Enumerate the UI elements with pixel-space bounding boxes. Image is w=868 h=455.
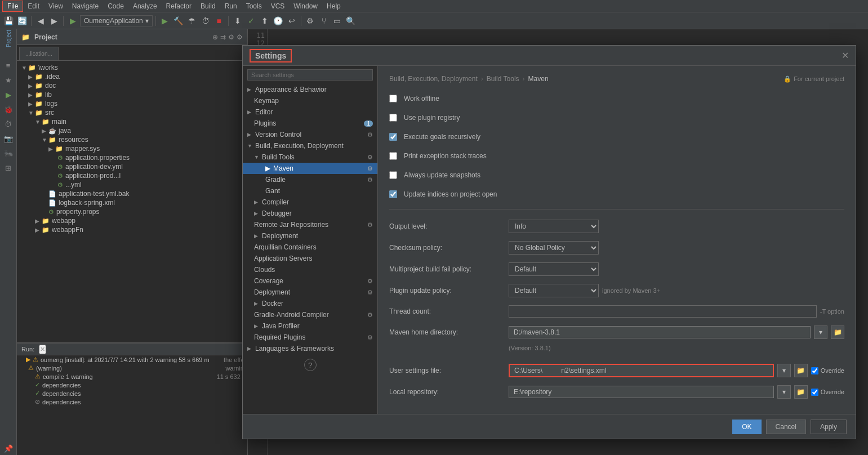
settings-node-appearance[interactable]: ▶ Appearance & Behavior xyxy=(243,84,377,95)
settings-node-arquillian[interactable]: Arquillian Containers xyxy=(243,242,377,253)
output-level-select[interactable]: Info Debug Warn Error xyxy=(509,220,599,233)
settings-node-app-servers[interactable]: Application Servers xyxy=(243,253,377,264)
coverage-btn[interactable]: ☂ xyxy=(186,15,198,27)
always-update-checkbox[interactable] xyxy=(389,171,397,179)
work-offline-checkbox[interactable] xyxy=(389,95,397,102)
user-settings-input[interactable] xyxy=(509,364,774,377)
tab-application[interactable]: ...lication... xyxy=(19,47,59,60)
run-item-deps1[interactable]: ✓ dependencies xyxy=(17,381,247,389)
tree-doc[interactable]: ▶ 📁 doc xyxy=(17,81,247,90)
settings-node-compiler[interactable]: ▶ Compiler xyxy=(243,197,377,208)
user-settings-override-checkbox[interactable] xyxy=(811,367,818,374)
menu-code[interactable]: Code xyxy=(103,1,128,11)
settings-node-editor[interactable]: ▶ Editor xyxy=(243,106,377,118)
checksum-policy-select[interactable]: No Global Policy Strict Lax xyxy=(509,241,599,255)
menu-view[interactable]: View xyxy=(44,1,68,11)
local-repo-override-checkbox[interactable] xyxy=(811,389,818,396)
run-item-main[interactable]: ▶ ⚠ oumeng [install]: at 2021/7/7 14:21 … xyxy=(17,355,247,364)
menu-edit[interactable]: Edit xyxy=(23,1,44,11)
maven-home-browse-btn[interactable]: ▾ xyxy=(814,325,827,339)
sync-btn[interactable]: 🔄 xyxy=(16,15,28,27)
settings-node-languages[interactable]: ▶ Languages & Frameworks xyxy=(243,343,377,354)
vcs-push-btn[interactable]: ⬆ xyxy=(259,15,271,27)
run-close-btn[interactable]: ✕ xyxy=(39,345,46,354)
tree-java[interactable]: ▶ ☕ java xyxy=(17,126,247,135)
back-btn[interactable]: ◀ xyxy=(34,15,47,27)
tree-app-prod[interactable]: ⚙ application-prod...l xyxy=(17,171,247,180)
run-item-warning[interactable]: ⚠ (warning) warning xyxy=(17,364,247,372)
tree-app-props[interactable]: ⚙ application.properties xyxy=(17,153,247,162)
run-item-deps2[interactable]: ✓ dependencies xyxy=(17,389,247,398)
tree-src[interactable]: ▼ 📁 src xyxy=(17,108,247,117)
maven-home-input[interactable] xyxy=(509,326,811,338)
camera-icon-btn[interactable]: 📷 xyxy=(2,132,15,145)
print-exception-checkbox[interactable] xyxy=(389,152,397,160)
menu-window[interactable]: Window xyxy=(289,1,322,11)
menu-tools[interactable]: Tools xyxy=(242,1,266,11)
search-everywhere-btn[interactable]: 🔍 xyxy=(345,15,357,27)
menu-build[interactable]: Build xyxy=(196,1,220,11)
tree-property[interactable]: ⚙ property.props xyxy=(17,207,247,216)
settings-node-build-tools[interactable]: ▼ Build Tools ⚙ xyxy=(243,151,377,163)
run-icon-btn[interactable]: ▶ xyxy=(2,88,15,101)
tree-test-yml[interactable]: 📄 application-test.yml.bak xyxy=(17,189,247,198)
settings-node-required-plugins[interactable]: Required Plugins ⚙ xyxy=(243,332,377,343)
tree-logs[interactable]: ▶ 📁 logs xyxy=(17,99,247,108)
user-settings-browse-btn[interactable]: ▾ xyxy=(777,364,791,377)
profile-btn[interactable]: ⏱ xyxy=(199,15,212,27)
build-btn[interactable]: 🔨 xyxy=(172,15,185,27)
tree-root[interactable]: ▼ 📁 \works xyxy=(17,63,247,72)
settings-node-gradle-android[interactable]: Gradle-Android Compiler ⚙ xyxy=(243,309,377,320)
settings-node-debugger[interactable]: ▶ Debugger xyxy=(243,208,377,219)
help-btn[interactable]: ? xyxy=(304,359,317,371)
settings-node-gradle[interactable]: Gradle ⚙ xyxy=(243,174,377,185)
settings-node-java-profiler[interactable]: ▶ Java Profiler xyxy=(243,320,377,332)
tree-main[interactable]: ▼ 📁 main xyxy=(17,117,247,126)
menu-help[interactable]: Help xyxy=(322,1,345,11)
settings-node-coverage[interactable]: Coverage ⚙ xyxy=(243,275,377,287)
tree-resources[interactable]: ▼ 📁 resources xyxy=(17,135,247,144)
menu-run[interactable]: Run xyxy=(220,1,242,11)
settings-node-remote-jar[interactable]: Remote Jar Repositories ⚙ xyxy=(243,219,377,230)
settings-node-maven[interactable]: ▶ Maven ⚙ xyxy=(243,163,377,174)
diff-btn[interactable]: ▭ xyxy=(331,15,344,27)
dialog-close-btn[interactable]: ✕ xyxy=(842,50,849,61)
apply-button[interactable]: Apply xyxy=(811,420,847,434)
favorites-icon-btn[interactable]: ★ xyxy=(2,73,15,87)
save-btn[interactable]: 💾 xyxy=(2,15,15,27)
ok-button[interactable]: OK xyxy=(732,420,761,434)
stop-btn[interactable]: ■ xyxy=(213,15,225,27)
ant-icon-btn[interactable]: 🐜 xyxy=(2,146,15,160)
run-item-compile[interactable]: ⚠ compile 1 warning 11 s 632 m xyxy=(17,372,247,381)
settings-node-gant[interactable]: Gant xyxy=(243,185,377,197)
tree-logback[interactable]: 📄 logback-spring.xml xyxy=(17,198,247,207)
settings-node-docker[interactable]: ▶ Docker xyxy=(243,298,377,309)
collapse-icon[interactable]: ⇉ xyxy=(220,33,226,41)
settings-node-vcs[interactable]: ▶ Version Control ⚙ xyxy=(243,129,377,140)
project-icon-btn[interactable]: Project xyxy=(2,32,15,45)
menu-file[interactable]: File xyxy=(2,1,23,12)
use-plugin-registry-checkbox[interactable] xyxy=(389,114,397,122)
run-config-btn[interactable]: ▶ xyxy=(66,15,79,27)
update-indices-checkbox[interactable] xyxy=(389,190,397,198)
run-item-deps3[interactable]: ⊘ dependencies xyxy=(17,398,247,406)
structure2-icon-btn[interactable]: ⊞ xyxy=(2,161,15,175)
vcs-hist-btn[interactable]: 🕐 xyxy=(272,15,284,27)
local-repo-browse-btn[interactable]: ▾ xyxy=(777,385,791,399)
menu-analyze[interactable]: Analyze xyxy=(128,1,162,11)
run-btn[interactable]: ▶ xyxy=(159,15,171,27)
settings-node-clouds[interactable]: Clouds xyxy=(243,264,377,275)
menu-refactor[interactable]: Refactor xyxy=(162,1,196,11)
execute-goals-checkbox[interactable] xyxy=(389,133,397,141)
thread-count-input[interactable] xyxy=(509,305,817,318)
tree-webappfn[interactable]: ▶ 📁 webappFn xyxy=(17,225,247,234)
cancel-button[interactable]: Cancel xyxy=(766,420,806,434)
tree-yml[interactable]: ⚙ ...yml xyxy=(17,180,247,189)
locate-icon[interactable]: ⊕ xyxy=(212,33,218,41)
menu-vcs[interactable]: VCS xyxy=(266,1,290,11)
project-dropdown[interactable]: OumengApplication ▾ xyxy=(80,15,153,26)
terminal-btn[interactable]: ⚙ xyxy=(304,15,317,27)
settings-node-deployment[interactable]: ▶ Deployment xyxy=(243,230,377,242)
tree-app-dev[interactable]: ⚙ application-dev.yml xyxy=(17,162,247,171)
settings-icon[interactable]: ⚙ xyxy=(228,33,234,41)
